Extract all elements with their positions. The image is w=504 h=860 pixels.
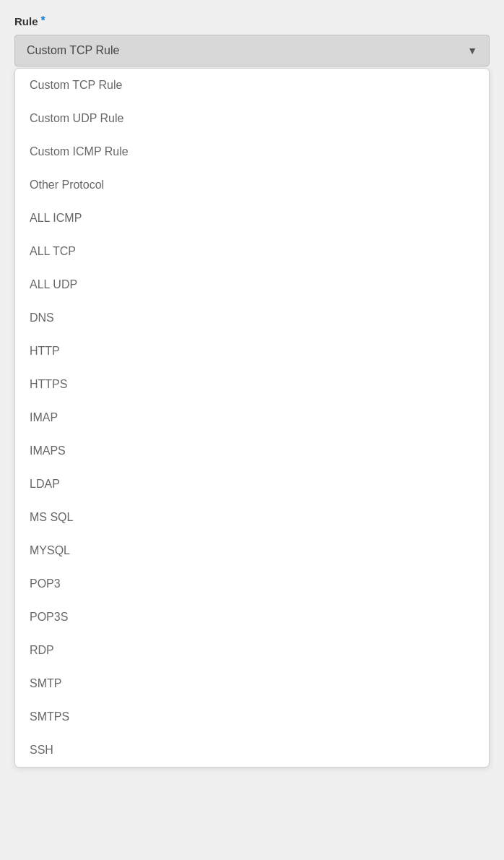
dropdown-item-custom-icmp-rule[interactable]: Custom ICMP Rule bbox=[15, 135, 489, 168]
dropdown-item-pop3s[interactable]: POP3S bbox=[15, 601, 489, 634]
dropdown-item-http[interactable]: HTTP bbox=[15, 335, 489, 368]
dropdown-item-imaps[interactable]: IMAPS bbox=[15, 434, 489, 468]
dropdown-item-smtp[interactable]: SMTP bbox=[15, 667, 489, 700]
rule-dropdown-menu: Custom TCP RuleCustom UDP RuleCustom ICM… bbox=[14, 68, 490, 767]
selected-value-label: Custom TCP Rule bbox=[27, 44, 119, 57]
dropdown-item-ms-sql[interactable]: MS SQL bbox=[15, 501, 489, 534]
dropdown-item-https[interactable]: HTTPS bbox=[15, 368, 489, 401]
dropdown-item-ssh[interactable]: SSH bbox=[15, 734, 489, 767]
dropdown-item-dns[interactable]: DNS bbox=[15, 301, 489, 335]
rule-select-trigger[interactable]: Custom TCP Rule ▼ bbox=[14, 35, 490, 66]
dropdown-item-ldap[interactable]: LDAP bbox=[15, 468, 489, 501]
rule-field-container: Rule * Custom TCP Rule ▼ Custom TCP Rule… bbox=[14, 14, 490, 767]
dropdown-item-pop3[interactable]: POP3 bbox=[15, 567, 489, 601]
chevron-down-icon: ▼ bbox=[467, 45, 477, 56]
dropdown-item-smtps[interactable]: SMTPS bbox=[15, 700, 489, 734]
dropdown-item-rdp[interactable]: RDP bbox=[15, 634, 489, 667]
dropdown-item-all-icmp[interactable]: ALL ICMP bbox=[15, 202, 489, 235]
dropdown-item-custom-udp-rule[interactable]: Custom UDP Rule bbox=[15, 102, 489, 135]
dropdown-item-custom-tcp-rule[interactable]: Custom TCP Rule bbox=[15, 69, 489, 102]
dropdown-item-mysql[interactable]: MYSQL bbox=[15, 534, 489, 567]
field-label-text: Rule bbox=[14, 15, 38, 27]
dropdown-item-all-udp[interactable]: ALL UDP bbox=[15, 268, 489, 301]
dropdown-item-imap[interactable]: IMAP bbox=[15, 401, 489, 434]
field-label: Rule * bbox=[14, 14, 490, 27]
dropdown-item-other-protocol[interactable]: Other Protocol bbox=[15, 168, 489, 202]
dropdown-item-all-tcp[interactable]: ALL TCP bbox=[15, 235, 489, 268]
required-asterisk: * bbox=[41, 14, 45, 27]
